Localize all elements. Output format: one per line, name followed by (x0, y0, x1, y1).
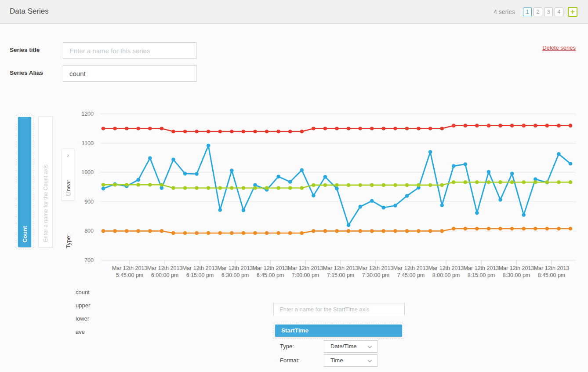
series-tab-2[interactable]: 2 (534, 7, 542, 16)
add-series-button[interactable]: + (568, 7, 577, 17)
svg-text:Mar 12th 2013: Mar 12th 2013 (499, 265, 534, 271)
svg-text:Mar 12th 2013: Mar 12th 2013 (323, 265, 359, 271)
chevron-down-icon (368, 358, 372, 363)
svg-text:6:00:00 pm: 6:00:00 pm (151, 272, 179, 278)
svg-text:Mar 12th 2013: Mar 12th 2013 (112, 265, 148, 271)
series-tab-1[interactable]: 1 (523, 7, 532, 16)
svg-text:8:00:00 pm: 8:00:00 pm (432, 272, 460, 278)
series-alias-label: Series Alias (10, 69, 43, 76)
starttime-axis-name-input[interactable] (273, 303, 405, 315)
series-switcher: 4 series 1 2 3 4 + (494, 0, 577, 24)
svg-text:8:45:00 pm: 8:45:00 pm (538, 272, 566, 278)
svg-text:7:30:00 pm: 7:30:00 pm (362, 272, 390, 278)
chevron-down-icon (368, 344, 372, 349)
svg-text:Mar 12th 2013: Mar 12th 2013 (393, 265, 429, 271)
timeseries-chart: 120011001000900800700Mar 12th 20135:45:0… (0, 108, 588, 284)
page-title: Data Series (10, 7, 49, 16)
series-alias-input[interactable] (63, 65, 196, 82)
svg-text:800: 800 (84, 228, 94, 234)
svg-text:900: 900 (84, 199, 94, 205)
svg-text:Mar 12th 2013: Mar 12th 2013 (428, 265, 464, 271)
starttime-format-label: Format: (280, 357, 300, 364)
series-title-input[interactable] (63, 42, 196, 59)
starttime-type-dropdown[interactable]: Date/Time (324, 340, 377, 353)
delete-series-link[interactable]: Delete series (542, 44, 576, 51)
series-tab-4[interactable]: 4 (555, 7, 563, 16)
svg-text:1000: 1000 (81, 169, 94, 175)
svg-text:1100: 1100 (82, 140, 94, 146)
svg-text:Mar 12th 2013: Mar 12th 2013 (253, 265, 288, 271)
svg-text:Mar 12th 2013: Mar 12th 2013 (358, 265, 394, 271)
svg-text:Mar 12th 2013: Mar 12th 2013 (288, 265, 323, 271)
svg-text:Mar 12th 2013: Mar 12th 2013 (182, 265, 218, 271)
svg-text:6:45:00 pm: 6:45:00 pm (257, 272, 284, 278)
svg-text:7:00:00 pm: 7:00:00 pm (292, 272, 319, 278)
starttime-format-dropdown[interactable]: Time (324, 354, 377, 367)
svg-text:7:15:00 pm: 7:15:00 pm (327, 272, 355, 278)
svg-text:7:45:00 pm: 7:45:00 pm (397, 272, 425, 278)
svg-text:8:15:00 pm: 8:15:00 pm (468, 272, 495, 278)
svg-text:6:15:00 pm: 6:15:00 pm (186, 272, 214, 278)
svg-text:1200: 1200 (81, 111, 94, 117)
starttime-type-value: Date/Time (330, 343, 356, 350)
series-tab-3[interactable]: 3 (544, 7, 553, 16)
svg-text:6:30:00 pm: 6:30:00 pm (221, 272, 249, 278)
header-bar: Data Series 4 series 1 2 3 4 + (0, 0, 588, 24)
svg-text:5:45:00 pm: 5:45:00 pm (116, 272, 144, 278)
data-series-page: Data Series 4 series 1 2 3 4 + Series ti… (0, 0, 588, 372)
series-title-label: Series title (10, 47, 40, 53)
svg-text:Mar 12th 2013: Mar 12th 2013 (464, 265, 499, 271)
svg-text:Mar 12th 2013: Mar 12th 2013 (534, 265, 570, 271)
plus-icon: + (570, 8, 575, 15)
starttime-field-button[interactable]: StartTime (275, 325, 402, 337)
svg-text:700: 700 (84, 257, 94, 263)
svg-text:Mar 12th 2013: Mar 12th 2013 (218, 265, 253, 271)
starttime-format-value: Time (330, 357, 343, 364)
legend-item-lower: lower (76, 315, 90, 328)
starttime-type-label: Type: (280, 343, 294, 350)
series-count-label: 4 series (494, 8, 515, 15)
legend-item-ave: ave (76, 328, 90, 342)
svg-text:Mar 12th 2013: Mar 12th 2013 (147, 265, 183, 271)
legend-item-count: count (76, 289, 90, 302)
chart-legend: count upper lower ave (76, 289, 90, 342)
svg-text:8:30:00 pm: 8:30:00 pm (503, 272, 530, 278)
legend-item-upper: upper (76, 302, 90, 315)
